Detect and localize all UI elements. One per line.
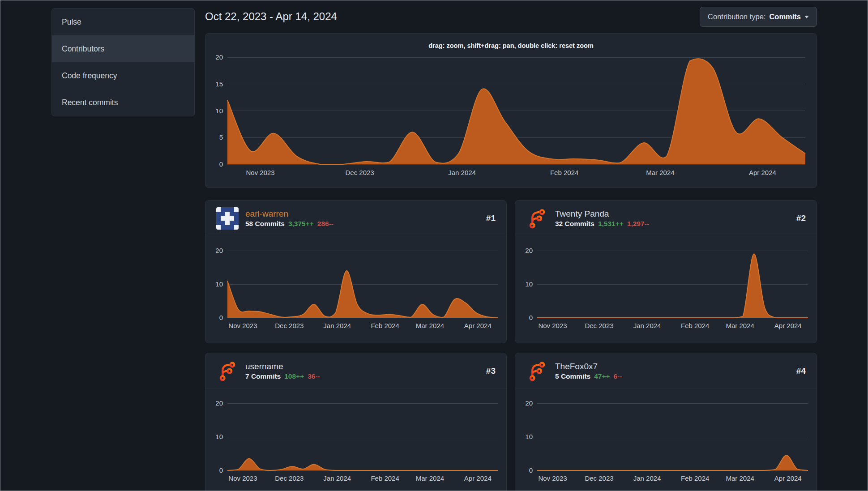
additions-count: 47++ [594,372,610,380]
sidebar-item-code-frequency[interactable]: Code frequency [52,62,194,89]
sidebar-item-recent-commits[interactable]: Recent commits [52,89,194,116]
chevron-down-icon [804,16,809,18]
svg-text:Apr 2024: Apr 2024 [464,474,492,482]
svg-text:Mar 2024: Mar 2024 [726,322,754,329]
contributor-name: username [245,361,320,372]
svg-text:Apr 2024: Apr 2024 [774,474,802,482]
deletions-count: 286-- [317,220,334,228]
commit-count: 5 Commits [555,372,590,380]
contributor-rank: #4 [796,366,806,376]
svg-text:15: 15 [215,80,223,88]
contributor-mini-chart[interactable]: 01020Nov 2023Dec 2023Jan 2024Feb 2024Mar… [205,389,506,491]
contributor-card-header: Twenty Panda 32 Commits 1,531++ 1,297-- … [515,201,817,236]
svg-text:Mar 2024: Mar 2024 [646,169,674,176]
contributor-name: Twenty Panda [555,209,649,219]
chart-zoom-hint: drag: zoom, shift+drag: pan, double clic… [205,42,817,49]
identicon-avatar[interactable] [216,207,239,230]
deletions-count: 6-- [614,372,622,380]
contributor-cards-grid: earl-warren 58 Commits 3,375++ 286-- #1 … [205,200,817,491]
svg-text:0: 0 [529,466,533,474]
svg-text:20: 20 [215,399,223,407]
date-range-title: Oct 22, 2023 - Apr 14, 2024 [205,10,337,23]
svg-text:10: 10 [525,280,533,288]
svg-text:Mar 2024: Mar 2024 [416,322,444,329]
sidebar-item-contributors[interactable]: Contributors [52,35,194,62]
svg-text:Feb 2024: Feb 2024 [550,169,578,176]
forgejo-logo-icon [526,360,548,382]
svg-text:Feb 2024: Feb 2024 [371,474,399,482]
contributor-card-header: earl-warren 58 Commits 3,375++ 286-- #1 [205,201,506,236]
svg-text:Feb 2024: Feb 2024 [681,322,709,329]
additions-count: 108++ [284,372,304,380]
svg-text:Jan 2024: Jan 2024 [323,322,351,329]
svg-text:Nov 2023: Nov 2023 [538,322,567,329]
svg-text:20: 20 [525,399,533,407]
contributor-rank: #2 [796,213,806,223]
svg-text:Nov 2023: Nov 2023 [228,474,257,482]
svg-text:10: 10 [215,433,223,440]
contributor-mini-chart[interactable]: 01020Nov 2023Dec 2023Jan 2024Feb 2024Mar… [515,236,817,343]
svg-text:0: 0 [219,466,223,474]
svg-text:Mar 2024: Mar 2024 [416,474,444,482]
svg-text:20: 20 [215,247,223,254]
svg-text:Apr 2024: Apr 2024 [774,322,802,329]
svg-text:Apr 2024: Apr 2024 [749,169,776,176]
contributor-identity: username 7 Commits 108++ 36-- [245,361,320,381]
contributor-card: username 7 Commits 108++ 36-- #3 01020No… [205,353,507,491]
deletions-count: 36-- [308,372,320,380]
contributor-identity: earl-warren 58 Commits 3,375++ 286-- [245,209,334,228]
svg-text:Dec 2023: Dec 2023 [275,322,304,329]
contributor-identity: TheFox0x7 5 Commits 47++ 6-- [555,361,622,381]
contributor-card-header: TheFox0x7 5 Commits 47++ 6-- #4 [515,353,817,389]
contributor-name-link[interactable]: earl-warren [245,209,334,219]
svg-text:5: 5 [219,133,223,141]
contributor-stats: 7 Commits 108++ 36-- [245,372,320,380]
additions-count: 3,375++ [288,220,314,228]
svg-text:20: 20 [215,53,223,61]
commit-count: 32 Commits [555,220,594,228]
topbar: Oct 22, 2023 - Apr 14, 2024 Contribution… [205,6,817,27]
contributor-mini-chart[interactable]: 01020Nov 2023Dec 2023Jan 2024Feb 2024Mar… [205,236,506,343]
contributor-stats: 5 Commits 47++ 6-- [555,372,622,380]
contributor-card: TheFox0x7 5 Commits 47++ 6-- #4 01020Nov… [515,353,817,491]
svg-text:Dec 2023: Dec 2023 [346,169,374,176]
svg-text:0: 0 [219,160,223,168]
svg-text:Apr 2024: Apr 2024 [464,322,492,329]
contribution-type-label: Contribution type: [708,13,765,21]
contribution-type-dropdown[interactable]: Contribution type: Commits [700,7,817,27]
contributions-chart-panel: drag: zoom, shift+drag: pan, double clic… [205,33,817,188]
svg-text:Mar 2024: Mar 2024 [726,474,754,482]
svg-text:0: 0 [529,314,533,321]
contributor-card-header: username 7 Commits 108++ 36-- #3 [205,353,506,389]
svg-text:Jan 2024: Jan 2024 [323,474,351,482]
contributor-rank: #1 [486,213,496,223]
additions-count: 1,531++ [598,220,624,228]
contributor-stats: 32 Commits 1,531++ 1,297-- [555,220,649,228]
forgejo-logo-icon [526,207,548,230]
contributor-card: earl-warren 58 Commits 3,375++ 286-- #1 … [205,200,507,343]
svg-text:Jan 2024: Jan 2024 [633,474,661,482]
contributor-stats: 58 Commits 3,375++ 286-- [245,220,334,228]
contributor-mini-chart[interactable]: 01020Nov 2023Dec 2023Jan 2024Feb 2024Mar… [515,389,817,491]
svg-text:Feb 2024: Feb 2024 [681,474,709,482]
contributor-identity: Twenty Panda 32 Commits 1,531++ 1,297-- [555,209,649,228]
svg-text:10: 10 [215,107,223,115]
contributor-card: Twenty Panda 32 Commits 1,531++ 1,297-- … [515,200,817,343]
sidebar-item-pulse[interactable]: Pulse [52,9,194,35]
svg-text:Nov 2023: Nov 2023 [538,474,567,482]
svg-text:Jan 2024: Jan 2024 [633,322,661,329]
commit-count: 58 Commits [245,220,285,228]
commit-count: 7 Commits [245,372,281,380]
contributor-rank: #3 [486,366,496,376]
svg-text:Nov 2023: Nov 2023 [246,169,274,176]
svg-text:10: 10 [215,280,223,288]
svg-text:20: 20 [525,247,533,254]
svg-text:Dec 2023: Dec 2023 [585,322,613,329]
activity-sidebar: Pulse Contributors Code frequency Recent… [51,8,195,116]
svg-text:0: 0 [219,314,223,321]
deletions-count: 1,297-- [627,220,649,228]
svg-text:Dec 2023: Dec 2023 [585,474,613,482]
svg-text:Feb 2024: Feb 2024 [371,322,399,329]
svg-text:Dec 2023: Dec 2023 [275,474,304,482]
main-contributions-chart[interactable]: 05101520Nov 2023Dec 2023Jan 2024Feb 2024… [205,34,817,188]
